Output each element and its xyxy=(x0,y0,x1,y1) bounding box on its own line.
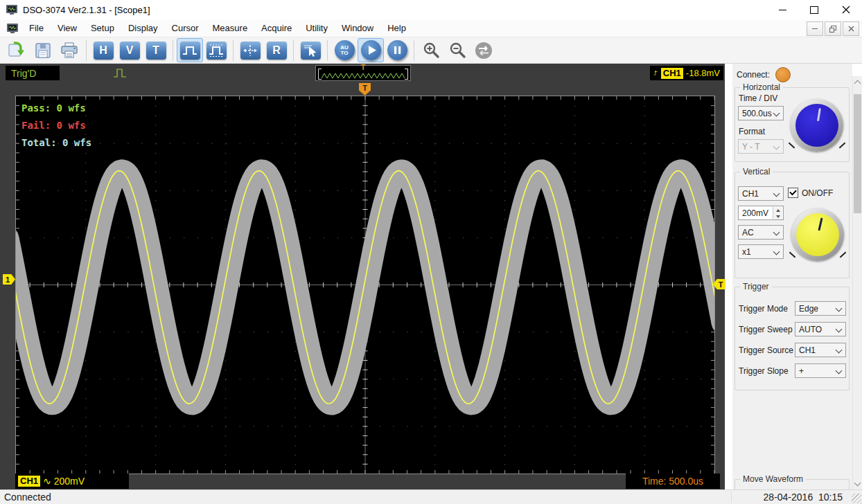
format-value: Y - T xyxy=(742,142,760,152)
time-per-div-readout: Time: 500.0us xyxy=(626,474,720,489)
trigger-level-value: -18.8mV xyxy=(686,68,720,78)
menu-display[interactable]: Display xyxy=(121,21,165,35)
channel-select[interactable]: CH1 xyxy=(738,186,784,201)
time-div-label: Time / DIV xyxy=(739,93,777,103)
coupling-select[interactable]: AC xyxy=(738,225,784,240)
play-icon xyxy=(361,40,381,60)
horizontal-settings-button[interactable]: H xyxy=(90,38,116,62)
transfer-button[interactable] xyxy=(470,38,497,62)
mdi-minimize-icon[interactable] xyxy=(807,21,823,36)
channel-chip: CH1 xyxy=(18,476,40,487)
pause-button[interactable] xyxy=(384,38,410,62)
preview-trigger-marker[interactable]: T xyxy=(361,64,365,71)
spin-up-icon[interactable] xyxy=(773,207,782,213)
mask-setup-button[interactable] xyxy=(203,38,229,62)
mdi-restore-icon[interactable] xyxy=(825,21,841,36)
menu-help[interactable]: Help xyxy=(380,21,413,35)
trigger-slope-select[interactable]: + xyxy=(795,363,846,378)
title-bar: DSO-3074 Ver2.1.31 - [Scope1] xyxy=(0,0,862,19)
minimize-icon[interactable] xyxy=(766,0,798,19)
trigger-sweep-select[interactable]: AUTO xyxy=(795,322,846,336)
menu-view[interactable]: View xyxy=(51,21,84,35)
connect-row: Connect: xyxy=(737,67,791,82)
connection-status: Connected xyxy=(4,492,51,503)
refresh-button[interactable]: R xyxy=(263,38,290,62)
trigger-settings-button[interactable]: T xyxy=(143,38,169,62)
chevron-down-icon xyxy=(836,368,843,375)
coupling-value: AC xyxy=(742,228,754,237)
trigger-slope-value: + xyxy=(799,366,804,376)
scope-screen: Pass: 0 wfs Fail: 0 wfs Total: 0 wfs xyxy=(15,96,715,474)
probe-select[interactable]: x1 xyxy=(738,244,784,259)
pulse-mask-icon xyxy=(208,43,225,58)
total-counter: Total: 0 wfs xyxy=(21,134,91,152)
zoom-in-button[interactable] xyxy=(418,38,444,62)
menu-file[interactable]: File xyxy=(22,21,51,35)
datetime-readout: 28-04-2016 10:15 xyxy=(764,492,843,503)
volts-per-div-readout: 200mV xyxy=(54,476,85,487)
window-title: DSO-3074 Ver2.1.31 - [Scope1] xyxy=(23,5,150,15)
menu-window[interactable]: Window xyxy=(335,21,380,35)
trigger-mode-select[interactable]: Edge xyxy=(795,301,846,316)
time-div-select[interactable]: 500.0us xyxy=(738,106,784,120)
waveform-position-preview[interactable]: T xyxy=(315,65,411,81)
vertical-knob[interactable] xyxy=(791,208,844,261)
volts-div-spinner[interactable]: 200mV xyxy=(738,206,784,220)
trigger-position-marker[interactable]: T xyxy=(359,83,371,96)
print-button[interactable] xyxy=(56,38,82,62)
swap-arrows-icon xyxy=(474,41,493,60)
open-file-button[interactable] xyxy=(3,38,30,62)
time-div-value: 500.0us xyxy=(742,109,772,118)
menu-setup[interactable]: Setup xyxy=(84,21,121,35)
vertical-group-title: Vertical xyxy=(740,167,773,177)
v-letter-icon: V xyxy=(120,42,140,60)
channel1-position-marker[interactable]: 1 xyxy=(3,274,15,285)
connect-label: Connect: xyxy=(737,70,770,80)
zoom-out-button[interactable] xyxy=(444,38,470,62)
format-label: Format xyxy=(739,127,765,136)
format-select: Y - T xyxy=(738,139,784,154)
auto-setup-button[interactable]: AUTO xyxy=(331,38,358,62)
close-icon[interactable] xyxy=(830,0,862,19)
maximize-icon[interactable] xyxy=(798,0,830,19)
pass-fail-test-button[interactable] xyxy=(177,38,203,62)
cursor-measure-button[interactable] xyxy=(297,38,324,62)
channel-onoff-checkbox[interactable] xyxy=(788,188,798,198)
zoom-out-icon xyxy=(448,41,467,60)
chevron-down-icon xyxy=(773,143,780,150)
connect-status-light xyxy=(775,67,791,82)
scrollbar-down-icon[interactable] xyxy=(853,478,862,489)
acquisition-pulse-icon xyxy=(113,67,127,79)
knob-pointer xyxy=(816,108,820,121)
resize-grip-icon[interactable] xyxy=(852,494,861,503)
spin-down-icon[interactable] xyxy=(773,213,782,219)
menu-utility[interactable]: Utility xyxy=(299,21,335,35)
t-letter-icon: T xyxy=(146,42,166,60)
menu-cursor[interactable]: Cursor xyxy=(165,21,206,35)
horizontal-knob[interactable] xyxy=(791,99,843,152)
fail-counter: Fail: 0 wfs xyxy=(21,117,91,134)
app-icon xyxy=(6,5,17,15)
menu-measure[interactable]: Measure xyxy=(206,21,255,35)
scope-document-icon xyxy=(7,24,18,33)
trigger-group: Trigger Trigger Mode Edge Trigger Sweep … xyxy=(735,287,850,390)
preview-waveform-svg xyxy=(322,71,405,80)
channel-readout: CH1 ∿ 200mV xyxy=(15,474,129,489)
zoom-in-icon xyxy=(422,41,441,60)
save-button[interactable] xyxy=(30,38,56,62)
xy-cursor-button[interactable] xyxy=(237,38,263,62)
scrollbar-thumb[interactable] xyxy=(854,94,861,213)
scrollbar-up-icon[interactable] xyxy=(853,76,862,87)
run-button[interactable] xyxy=(358,38,384,62)
channel-value: CH1 xyxy=(742,189,759,199)
onoff-label: ON/OFF xyxy=(802,188,833,198)
pass-fail-overlay: Pass: 0 wfs Fail: 0 wfs Total: 0 wfs xyxy=(21,100,91,152)
print-icon xyxy=(60,42,79,60)
panel-scrollbar[interactable] xyxy=(852,76,862,489)
vertical-settings-button[interactable]: V xyxy=(116,38,143,62)
scope-widget: Trig'D T CH1 -18.8mV Pass: 0 wfs Fail: 0… xyxy=(0,64,725,489)
trigger-source-select[interactable]: CH1 xyxy=(795,343,846,357)
menu-acquire[interactable]: Acquire xyxy=(254,21,299,35)
mdi-close-icon[interactable] xyxy=(843,21,859,36)
save-icon xyxy=(34,42,52,60)
